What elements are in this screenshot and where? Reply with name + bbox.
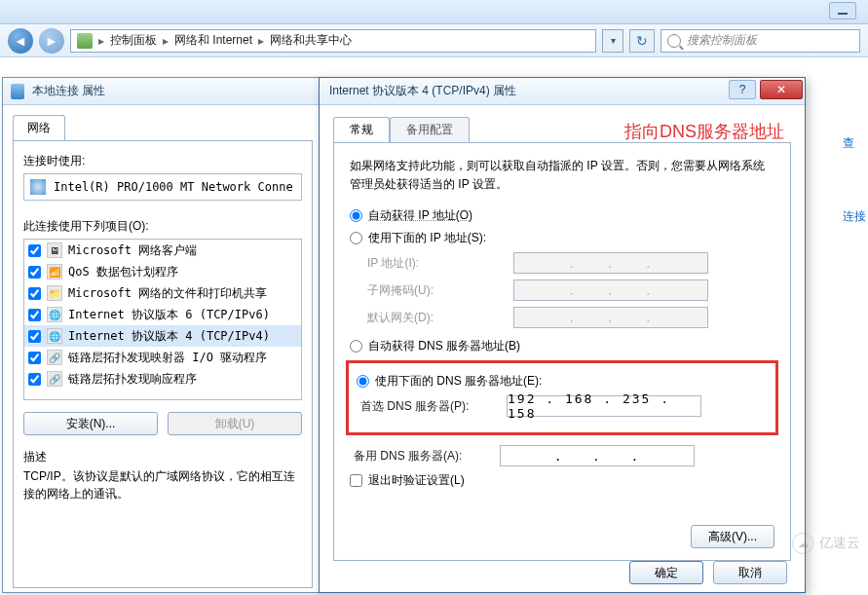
annotation-frame: 使用下面的 DNS 服务器地址(E): 首选 DNS 服务器(P):192 . … xyxy=(346,360,778,435)
adapter-field[interactable]: Intel(R) PRO/1000 MT Network Conne xyxy=(23,173,302,201)
side-links: 查 连接 xyxy=(843,135,866,281)
ipv4-properties-dialog: Internet 协议版本 4 (TCP/IPv4) 属性 ? ✕ 常规 备用配… xyxy=(319,77,806,593)
list-item: 📶QoS 数据包计划程序 xyxy=(24,261,301,282)
crumb-control-panel[interactable]: 控制面板 xyxy=(110,32,157,49)
items-label: 此连接使用下列项目(O): xyxy=(23,218,302,235)
item-checkbox[interactable] xyxy=(28,266,41,279)
tab-network[interactable]: 网络 xyxy=(13,115,65,140)
local-connection-properties-dialog: 本地连接 属性 网络 连接时使用: Intel(R) PRO/1000 MT N… xyxy=(2,77,323,593)
dialog-title-bar[interactable]: 本地连接 属性 xyxy=(3,78,322,105)
protocol-list[interactable]: 🖥Microsoft 网络客户端 📶QoS 数据包计划程序 📁Microsoft… xyxy=(23,239,302,400)
ip-manual-label: 使用下面的 IP 地址(S): xyxy=(368,230,486,246)
dns-manual-label: 使用下面的 DNS 服务器地址(E): xyxy=(375,373,542,390)
dialog-title: 本地连接 属性 xyxy=(32,83,105,99)
minimize-button[interactable] xyxy=(829,2,856,19)
dialog-panel: 连接时使用: Intel(R) PRO/1000 MT Network Conn… xyxy=(13,140,313,588)
crumb-sharing-center[interactable]: 网络和共享中心 xyxy=(270,32,352,49)
subnet-mask-input: . . . xyxy=(513,279,708,301)
item-checkbox[interactable] xyxy=(28,244,41,257)
forward-button[interactable]: ► xyxy=(39,28,64,54)
search-icon xyxy=(667,34,681,48)
help-button[interactable]: ? xyxy=(729,80,756,99)
list-item: 🌐Internet 协议版本 6 (TCP/IPv6) xyxy=(24,304,301,325)
dialog-panel: 如果网络支持此功能，则可以获取自动指派的 IP 设置。否则，您需要从网络系统管理… xyxy=(333,142,791,561)
chevron-right-icon: ▸ xyxy=(163,34,169,48)
ok-button[interactable]: 确定 xyxy=(629,561,703,584)
window-chrome xyxy=(0,0,868,24)
connect-using-label: 连接时使用: xyxy=(23,153,302,169)
validate-label: 退出时验证设置(L) xyxy=(368,472,465,489)
search-input[interactable]: 搜索控制面板 xyxy=(660,29,860,53)
refresh-button[interactable]: ↻ xyxy=(629,29,655,53)
dns-auto-radio-row: 自动获得 DNS 服务器地址(B) xyxy=(350,338,774,354)
link-connect[interactable]: 连接 xyxy=(843,208,866,225)
description-text: TCP/IP。该协议是默认的广域网络协议，它的相互连接的网络上的通讯。 xyxy=(23,467,302,502)
cancel-button[interactable]: 取消 xyxy=(713,561,787,584)
qos-icon: 📶 xyxy=(47,264,62,279)
ip-auto-radio[interactable] xyxy=(350,209,362,222)
subnet-mask-label: 子网掩码(U): xyxy=(367,282,504,299)
topology-icon: 🔗 xyxy=(47,371,62,387)
topology-icon: 🔗 xyxy=(47,350,62,365)
alternate-dns-label: 备用 DNS 服务器(A): xyxy=(354,448,490,465)
item-checkbox[interactable] xyxy=(28,373,41,386)
protocol-icon: 🌐 xyxy=(47,328,62,344)
address-dropdown[interactable]: ▾ xyxy=(602,29,623,53)
dialog-title: Internet 协议版本 4 (TCP/IPv4) 属性 xyxy=(329,83,516,99)
item-checkbox[interactable] xyxy=(28,352,41,364)
adapter-icon xyxy=(30,179,46,195)
annotation-text: 指向DNS服务器地址 xyxy=(624,120,784,143)
ip-address-input: . . . xyxy=(513,252,708,274)
list-item: 🔗链路层拓扑发现响应程序 xyxy=(24,368,301,390)
uninstall-button: 卸载(U) xyxy=(168,412,302,435)
validate-row: 退出时验证设置(L) xyxy=(350,472,774,489)
link-view[interactable]: 查 xyxy=(843,135,866,152)
install-button[interactable]: 安装(N)... xyxy=(23,412,158,435)
control-panel-icon xyxy=(77,33,93,49)
client-icon: 🖥 xyxy=(47,242,62,258)
search-placeholder: 搜索控制面板 xyxy=(687,32,757,49)
dns-auto-radio[interactable] xyxy=(350,340,362,353)
description-heading: 描述 xyxy=(23,449,302,465)
validate-checkbox[interactable] xyxy=(350,474,362,487)
ip-auto-radio-row: 自动获得 IP 地址(O) xyxy=(350,207,774,224)
crumb-network-internet[interactable]: 网络和 Internet xyxy=(174,32,252,49)
close-button[interactable]: ✕ xyxy=(760,80,803,99)
address-bar: ◄ ► ▸ 控制面板 ▸ 网络和 Internet ▸ 网络和共享中心 ▾ ↻ … xyxy=(0,24,868,57)
chevron-right-icon: ▸ xyxy=(258,34,264,48)
item-checkbox[interactable] xyxy=(28,287,41,300)
protocol-icon: 🌐 xyxy=(47,307,62,322)
cloud-icon: ☁ xyxy=(792,533,813,554)
preferred-dns-input[interactable]: 192 . 168 . 235 . 158 xyxy=(507,395,701,417)
list-item: 🖥Microsoft 网络客户端 xyxy=(24,240,301,261)
item-checkbox[interactable] xyxy=(28,309,41,321)
list-item: 🔗链路层拓扑发现映射器 I/O 驱动程序 xyxy=(24,347,301,368)
share-icon: 📁 xyxy=(47,285,62,301)
watermark: ☁ 亿速云 xyxy=(792,533,860,554)
breadcrumb[interactable]: ▸ 控制面板 ▸ 网络和 Internet ▸ 网络和共享中心 xyxy=(70,29,596,53)
adapter-name: Intel(R) PRO/1000 MT Network Conne xyxy=(54,180,293,194)
ip-address-label: IP 地址(I): xyxy=(367,255,504,272)
back-button[interactable]: ◄ xyxy=(8,28,33,54)
dns-manual-radio-row: 使用下面的 DNS 服务器地址(E): xyxy=(357,373,768,390)
ip-manual-radio[interactable] xyxy=(350,232,362,244)
tab-alternate[interactable]: 备用配置 xyxy=(390,117,470,142)
preferred-dns-label: 首选 DNS 服务器(P): xyxy=(360,398,497,415)
dns-manual-radio[interactable] xyxy=(357,375,369,388)
gateway-label: 默认网关(D): xyxy=(367,310,504,326)
dns-auto-label: 自动获得 DNS 服务器地址(B) xyxy=(368,338,520,354)
chevron-right-icon: ▸ xyxy=(98,34,104,48)
gateway-input: . . . xyxy=(513,307,708,328)
intro-text: 如果网络支持此功能，则可以获取自动指派的 IP 设置。否则，您需要从网络系统管理… xyxy=(350,157,774,194)
tab-general[interactable]: 常规 xyxy=(333,117,390,142)
item-checkbox[interactable] xyxy=(28,330,41,343)
ip-manual-radio-row: 使用下面的 IP 地址(S): xyxy=(350,230,774,246)
advanced-button[interactable]: 高级(V)... xyxy=(691,525,774,548)
watermark-text: 亿速云 xyxy=(819,535,860,552)
dialog-title-bar[interactable]: Internet 协议版本 4 (TCP/IPv4) 属性 ? ✕ xyxy=(320,78,805,105)
list-item-selected: 🌐Internet 协议版本 4 (TCP/IPv4) xyxy=(24,325,301,347)
network-adapter-icon xyxy=(11,84,24,99)
alternate-dns-input[interactable]: . . . xyxy=(500,445,695,466)
list-item: 📁Microsoft 网络的文件和打印机共享 xyxy=(24,282,301,304)
ip-auto-label: 自动获得 IP 地址(O) xyxy=(368,207,472,224)
